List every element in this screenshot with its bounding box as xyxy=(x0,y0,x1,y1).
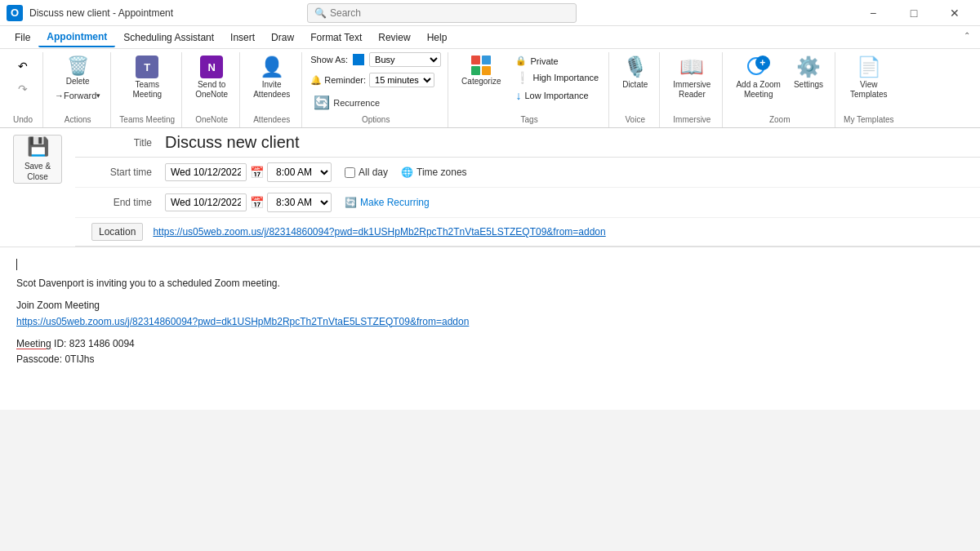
settings-label: Settings xyxy=(794,80,823,89)
all-day-checkbox[interactable] xyxy=(345,167,355,178)
time-zones-button[interactable]: 🌐 Time zones xyxy=(401,167,467,178)
search-input[interactable] xyxy=(330,7,569,19)
menu-bar: File Appointment Scheduling Assistant In… xyxy=(0,26,980,49)
delete-button[interactable]: 🗑️ Delete xyxy=(63,52,93,89)
globe-icon: 🌐 xyxy=(401,167,413,178)
passcode-value: 0TIJhs xyxy=(65,353,94,365)
location-url[interactable]: https://us05web.zoom.us/j/82314860094?pw… xyxy=(153,226,964,238)
low-importance-row[interactable]: ↓ Low Importance xyxy=(512,87,602,104)
title-input[interactable] xyxy=(165,133,964,152)
window-controls: − □ ✕ xyxy=(854,0,973,26)
categorize-button[interactable]: Categorize xyxy=(457,52,506,89)
start-date-field: 📅 8:00 AM 8:30 AM 9:00 AM xyxy=(165,162,332,182)
start-date-input[interactable] xyxy=(165,163,247,181)
make-recurring-button[interactable]: 🔄 Make Recurring xyxy=(345,197,430,208)
end-time-select[interactable]: 8:30 AM 9:00 AM xyxy=(267,193,332,212)
location-button[interactable]: Location xyxy=(91,223,143,241)
undo-button[interactable]: ↶ xyxy=(10,56,36,77)
attendees-group-label: Attendees xyxy=(253,112,290,124)
teams-group-label: Teams Meeting xyxy=(119,112,175,124)
ribbon-collapse-icon[interactable]: ⌃ xyxy=(960,28,973,43)
templates-group-label: My Templates xyxy=(844,112,894,124)
all-day-label: All day xyxy=(359,167,388,178)
maximize-button[interactable]: □ xyxy=(895,0,933,26)
add-zoom-label: Add a ZoomMeeting xyxy=(736,80,780,100)
title-bar: O Discuss new client - Appointment 🔍 − □… xyxy=(0,0,980,26)
save-close-button[interactable]: 💾 Save &Close xyxy=(13,135,62,184)
menu-appointment[interactable]: Appointment xyxy=(38,28,115,47)
invite-attendees-button[interactable]: 👤 InviteAttendees xyxy=(248,52,295,103)
menu-draw[interactable]: Draw xyxy=(263,29,302,47)
delete-label: Delete xyxy=(66,77,90,86)
body-area[interactable]: Scot Davenport is inviting you to a sche… xyxy=(0,247,980,410)
invite-label: InviteAttendees xyxy=(253,80,290,100)
passcode-line: Passcode: 0TIJhs xyxy=(16,352,964,367)
recurrence-button[interactable]: 🔄 Recurrence xyxy=(310,93,383,112)
ribbon-group-actions: 🗑️ Delete → Forward ▾ Actions xyxy=(45,52,111,127)
reminder-row: 🔔 Reminder: 15 minutes None 5 minutes 30… xyxy=(310,73,434,87)
private-row[interactable]: 🔒 Private xyxy=(512,54,602,68)
busy-indicator xyxy=(353,54,364,65)
all-day-checkbox-label[interactable]: All day xyxy=(345,167,388,178)
text-cursor xyxy=(16,259,17,270)
ribbon-group-options: Show As: Busy Free Tentative Out of Offi… xyxy=(304,52,448,127)
actions-group-label: Actions xyxy=(65,112,91,124)
reminder-select[interactable]: 15 minutes None 5 minutes 30 minutes 1 h… xyxy=(369,73,434,87)
categorize-icon xyxy=(471,56,491,75)
search-box[interactable]: 🔍 xyxy=(307,3,577,23)
menu-review[interactable]: Review xyxy=(370,29,418,47)
immersive-icon: 📖 xyxy=(679,56,704,78)
end-date-input[interactable] xyxy=(165,193,247,211)
dictate-icon: 🎙️ xyxy=(623,56,648,78)
high-importance-icon: ❕ xyxy=(515,71,529,84)
start-time-select[interactable]: 8:00 AM 8:30 AM 9:00 AM xyxy=(267,162,332,182)
end-time-label: End time xyxy=(91,197,165,208)
location-row: Location https://us05web.zoom.us/j/82314… xyxy=(75,218,980,247)
recurrence-label: Recurrence xyxy=(333,98,380,108)
menu-scheduling[interactable]: Scheduling Assistant xyxy=(115,29,222,47)
ribbon: ↶ ↷ Undo 🗑️ Delete → Forward ▾ Actions xyxy=(0,49,980,128)
menu-format[interactable]: Format Text xyxy=(302,29,370,47)
main-area: 💾 Save &Close Title Start time 📅 8:00 AM… xyxy=(0,128,980,247)
menu-file[interactable]: File xyxy=(7,29,38,47)
onenote-group-label: OneNote xyxy=(195,112,228,124)
add-zoom-icon: + xyxy=(747,56,770,78)
end-time-row: End time 📅 8:30 AM 9:00 AM 🔄 Make Recurr… xyxy=(75,188,980,218)
end-date-calendar-icon[interactable]: 📅 xyxy=(250,196,264,209)
meeting-label: Meeting xyxy=(16,338,51,349)
immersive-reader-button[interactable]: 📖 ImmersiveReader xyxy=(668,52,715,103)
minimize-button[interactable]: − xyxy=(854,0,892,26)
ribbon-group-immersive: 📖 ImmersiveReader Immersive xyxy=(662,52,723,127)
search-icon: 🔍 xyxy=(314,7,327,19)
teams-meeting-button[interactable]: T TeamsMeeting xyxy=(127,52,167,103)
settings-icon: ⚙️ xyxy=(796,56,821,78)
high-importance-row[interactable]: ❕ High Importance xyxy=(512,69,602,86)
onenote-button[interactable]: N Send toOneNote xyxy=(190,52,233,103)
join-url[interactable]: https://us05web.zoom.us/j/82314860094?pw… xyxy=(16,316,469,327)
save-close-icon: 💾 xyxy=(27,136,49,158)
dictate-button[interactable]: 🎙️ Dictate xyxy=(617,52,653,92)
close-button[interactable]: ✕ xyxy=(936,0,973,26)
start-date-calendar-icon[interactable]: 📅 xyxy=(250,166,264,179)
show-as-row: Show As: Busy Free Tentative Out of Offi… xyxy=(310,52,441,67)
redo-button[interactable]: ↷ xyxy=(10,78,36,100)
teams-meeting-label: TeamsMeeting xyxy=(132,80,162,100)
start-time-label: Start time xyxy=(91,167,165,178)
onenote-icon: N xyxy=(200,56,223,78)
zoom-settings-button[interactable]: ⚙️ Settings xyxy=(789,52,828,92)
ribbon-group-voice: 🎙️ Dictate Voice xyxy=(611,52,660,127)
view-templates-button[interactable]: 📄 ViewTemplates xyxy=(845,52,893,103)
forward-button[interactable]: → Forward ▾ xyxy=(51,89,104,102)
voice-group-label: Voice xyxy=(626,112,645,124)
start-time-row: Start time 📅 8:00 AM 8:30 AM 9:00 AM All… xyxy=(75,158,980,188)
ribbon-group-templates: 📄 ViewTemplates My Templates xyxy=(837,52,901,127)
meeting-id-line: Meeting ID: 823 1486 0094 xyxy=(16,336,964,352)
time-zones-label: Time zones xyxy=(416,167,467,178)
menu-help[interactable]: Help xyxy=(419,29,456,47)
zoom-group-label: Zoom xyxy=(769,112,791,124)
menu-insert[interactable]: Insert xyxy=(222,29,263,47)
templates-icon: 📄 xyxy=(857,56,881,78)
add-zoom-meeting-button[interactable]: + Add a ZoomMeeting xyxy=(731,52,785,103)
options-group-label: Options xyxy=(362,112,390,124)
show-as-select[interactable]: Busy Free Tentative Out of Office xyxy=(369,52,441,67)
